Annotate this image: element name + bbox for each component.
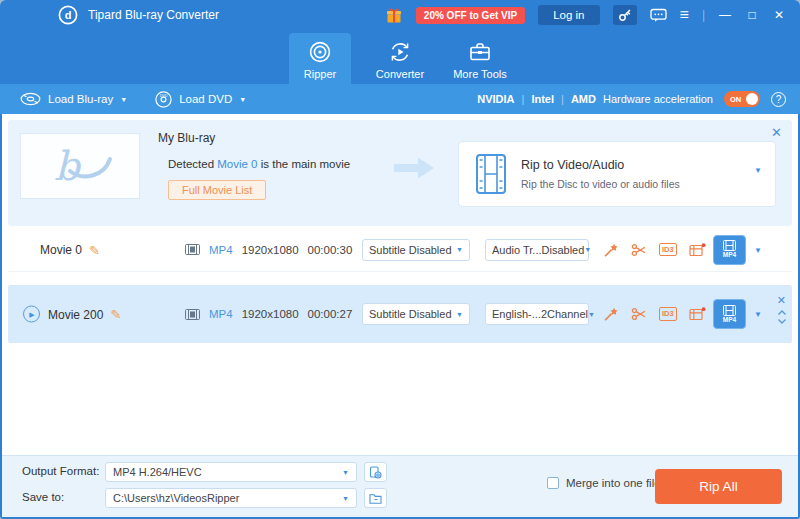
compress-edit-icon[interactable] — [689, 242, 706, 258]
output-format-label: MP4 — [723, 317, 736, 324]
movie-row-selected[interactable]: ▶ Movie 200 ✎ MP4 1920x1080 00:00:27 Sub… — [8, 285, 792, 343]
rip-mode-subtitle: Rip the Disc to video or audio files — [521, 178, 680, 190]
cut-scissors-icon[interactable] — [631, 242, 647, 258]
feedback-icon[interactable] — [650, 8, 667, 23]
film-frame-icon — [185, 244, 200, 255]
rip-all-button[interactable]: Rip All — [655, 469, 782, 504]
format-settings-icon — [369, 466, 382, 479]
full-movie-list-button[interactable]: Full Movie List — [168, 180, 266, 200]
titlebar-left: d Tipard Blu-ray Converter — [58, 5, 219, 25]
format-settings-button[interactable] — [364, 462, 387, 482]
svg-text:b: b — [54, 143, 82, 189]
save-to-select[interactable]: C:\Users\hz\VideosRipper ▼ — [105, 488, 357, 508]
chevron-down-icon: ▼ — [754, 166, 762, 175]
maximize-button[interactable]: □ — [745, 9, 759, 21]
output-format-value: MP4 H.264/HEVC — [113, 466, 202, 478]
edit-effects-wand-icon[interactable] — [603, 306, 619, 322]
svg-text:DVD: DVD — [160, 94, 168, 98]
minimize-button[interactable]: — — [718, 9, 732, 21]
help-icon[interactable]: ? — [771, 92, 786, 107]
app-window: d Tipard Blu-ray Converter 20% OFF to Ge… — [0, 0, 800, 519]
play-icon[interactable]: ▶ — [23, 306, 40, 323]
audio-select[interactable]: Audio Tr...Disabled ▼ — [485, 239, 589, 261]
chevron-down-icon: ▼ — [584, 246, 591, 253]
close-button[interactable]: ✕ — [772, 9, 786, 21]
load-dvd-button[interactable]: DVD Load DVD ▼ — [155, 91, 246, 108]
row-actions: ID3 — [603, 242, 706, 258]
bluray-logo: b — [44, 143, 116, 189]
subtitle-select[interactable]: Subtitle Disabled ▼ — [362, 303, 470, 325]
output-format-field-label: Output Format: — [22, 465, 99, 477]
chevron-down-icon: ▼ — [342, 495, 349, 502]
browse-folder-button[interactable] — [364, 488, 387, 508]
rename-pencil-icon[interactable]: ✎ — [89, 242, 100, 257]
id3-metadata-icon[interactable]: ID3 — [659, 307, 677, 321]
id3-metadata-icon[interactable]: ID3 — [659, 243, 677, 257]
merge-checkbox[interactable] — [547, 477, 559, 489]
audio-select[interactable]: English-...2Channel ▼ — [485, 303, 589, 325]
output-format-select[interactable]: MP4 H.264/HEVC ▼ — [105, 462, 357, 482]
movie-name: Movie 0 ✎ — [40, 242, 100, 257]
audio-value: Audio Tr...Disabled — [492, 244, 584, 256]
tab-converter[interactable]: Converter — [369, 33, 431, 84]
edit-effects-wand-icon[interactable] — [603, 242, 619, 258]
tab-more-tools[interactable]: More Tools — [449, 33, 511, 84]
remove-row-icon[interactable]: ✕ — [777, 295, 786, 306]
subtitle-select[interactable]: Subtitle Disabled ▼ — [362, 239, 470, 261]
toolbar: Load Blu-ray ▼ DVD Load DVD ▼ NVIDIA | I… — [0, 84, 800, 114]
register-key-icon[interactable] — [613, 5, 637, 25]
rename-pencil-icon[interactable]: ✎ — [110, 307, 121, 322]
menu-icon[interactable]: ≡ — [680, 7, 689, 23]
nav-tabs: Ripper Converter More Tools — [0, 30, 800, 84]
hw-accel-toggle[interactable]: ON — [724, 91, 760, 107]
compress-edit-icon[interactable] — [689, 306, 706, 322]
folder-icon — [369, 493, 382, 504]
disc-info-panel: b My Blu-ray Detected Movie 0 is the mai… — [8, 120, 792, 226]
output-format-button[interactable]: MP4 — [713, 299, 746, 329]
chevron-down-icon: ▼ — [456, 311, 463, 318]
promo-badge[interactable]: 20% OFF to Get VIP — [416, 7, 525, 24]
dvd-disc-icon: DVD — [155, 91, 172, 108]
toolbar-left: Load Blu-ray ▼ DVD Load DVD ▼ — [20, 91, 246, 108]
output-chevron-icon[interactable]: ▼ — [754, 245, 762, 254]
toolbar-right: NVIDIA | Intel | AMD Hardware accelerati… — [477, 91, 786, 107]
output-format-label: MP4 — [723, 252, 736, 259]
output-film-icon — [723, 240, 736, 251]
merge-checkbox-row[interactable]: Merge into one file — [547, 477, 661, 489]
tab-ripper[interactable]: Ripper — [289, 33, 351, 84]
rip-mode-selector[interactable]: Rip to Video/Audio Rip the Disc to video… — [458, 141, 776, 207]
panel-close-icon[interactable]: ✕ — [771, 125, 782, 140]
titlebar: d Tipard Blu-ray Converter 20% OFF to Ge… — [0, 0, 800, 30]
tab-more-tools-label: More Tools — [453, 68, 507, 80]
film-frame-icon — [185, 309, 200, 320]
disc-title: My Blu-ray — [158, 131, 215, 145]
toolbox-icon — [468, 40, 492, 64]
intel-label: Intel — [531, 93, 554, 105]
main-movie-link[interactable]: Movie 0 — [217, 158, 257, 170]
load-dvd-label: Load DVD — [179, 93, 232, 105]
resolution-label: 1920x1080 — [242, 244, 299, 256]
cut-scissors-icon[interactable] — [631, 306, 647, 322]
subtitle-value: Subtitle Disabled — [369, 244, 452, 256]
chevron-down-icon: ▼ — [456, 246, 463, 253]
movie-name-label: Movie 200 — [48, 307, 103, 321]
detected-movie-text: Detected Movie 0 is the main movie — [168, 158, 350, 170]
load-bluray-button[interactable]: Load Blu-ray ▼ — [20, 92, 127, 106]
rip-mode-title: Rip to Video/Audio — [521, 158, 680, 172]
audio-value: English-...2Channel — [492, 308, 588, 320]
tab-ripper-label: Ripper — [304, 68, 336, 80]
main-content: b My Blu-ray Detected Movie 0 is the mai… — [2, 114, 798, 455]
reorder-chevrons-icon[interactable] — [777, 309, 787, 329]
login-button[interactable]: Log in — [538, 5, 599, 25]
save-to-value: C:\Users\hz\VideosRipper — [113, 492, 239, 504]
bluray-disc-icon — [20, 92, 41, 106]
movie-row[interactable]: Movie 0 ✎ MP4 1920x1080 00:00:30 Subtitl… — [8, 228, 792, 272]
output-chevron-icon[interactable]: ▼ — [754, 310, 762, 319]
gift-icon[interactable] — [385, 6, 403, 24]
output-format-button[interactable]: MP4 — [713, 235, 746, 265]
detected-suffix: is the main movie — [258, 158, 351, 170]
output-film-icon — [723, 305, 736, 316]
nvidia-label: NVIDIA — [477, 93, 514, 105]
media-info: MP4 1920x1080 00:00:30 — [185, 244, 352, 256]
load-bluray-label: Load Blu-ray — [48, 93, 113, 105]
